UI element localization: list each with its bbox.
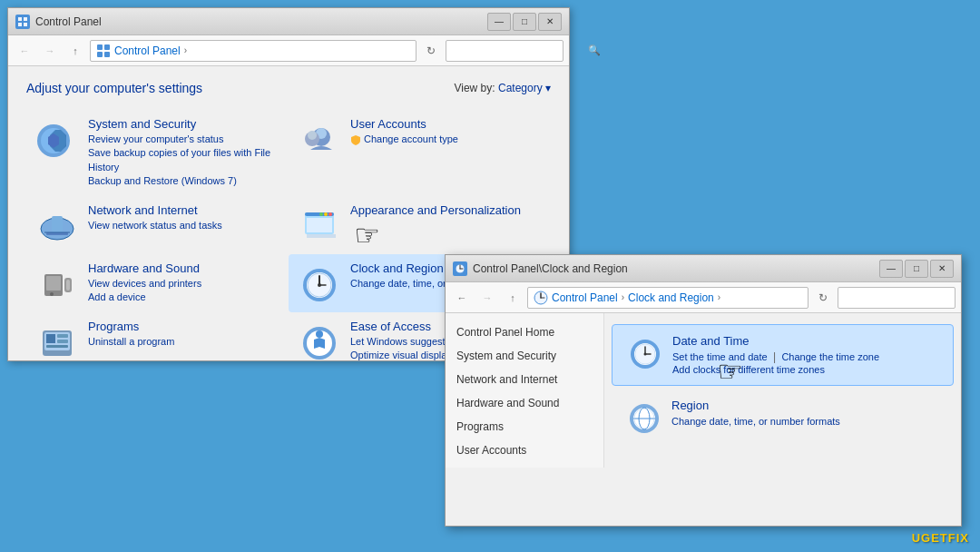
user-accounts-name[interactable]: User Accounts	[350, 117, 458, 131]
svg-rect-38	[46, 334, 55, 343]
hardware-sound-link-1[interactable]: View devices and printers	[88, 277, 201, 291]
cp-breadcrumb-sep: ›	[184, 45, 187, 55]
cr-breadcrumb-cr-link[interactable]: Clock and Region	[628, 291, 714, 304]
cr-region-name[interactable]: Region	[671, 399, 840, 412]
cr-region-item[interactable]: Region Change date, time, or number form…	[612, 389, 954, 444]
cp-titlebar-buttons: — □ ✕	[487, 13, 562, 31]
user-accounts-icon	[298, 117, 341, 161]
cp-back-button[interactable]: ←	[14, 40, 35, 62]
cp-search-input[interactable]	[452, 44, 588, 57]
svg-point-27	[50, 292, 54, 296]
cp-breadcrumb: Control Panel ›	[90, 40, 416, 62]
programs-link-1[interactable]: Uninstall a program	[88, 335, 174, 349]
cp-close-button[interactable]: ✕	[538, 13, 562, 31]
svg-rect-39	[57, 334, 68, 338]
svg-rect-5	[104, 44, 110, 50]
cr-breadcrumb-cp-link[interactable]: Control Panel	[552, 291, 618, 304]
sidebar-item-system-security[interactable]: System and Security	[446, 344, 603, 368]
cr-breadcrumb: Control Panel › Clock and Region ›	[527, 287, 808, 309]
watermark-suffix: FIX	[948, 531, 969, 545]
sidebar-item-appearance[interactable]: Appearance and Personalization	[446, 462, 603, 468]
cr-back-button[interactable]: ←	[451, 287, 473, 309]
cp-breadcrumb-link[interactable]: Control Panel	[114, 44, 181, 57]
system-security-link-3[interactable]: Backup and Restore (Windows 7)	[88, 174, 279, 188]
cp-breadcrumb-icon	[96, 44, 111, 58]
category-network-internet[interactable]: Network and Internet View network status…	[26, 196, 289, 254]
network-internet-text: Network and Internet View network status…	[88, 203, 222, 232]
svg-rect-29	[66, 280, 70, 291]
cr-close-button[interactable]: ✕	[930, 260, 954, 278]
hardware-sound-text: Hardware and Sound View devices and prin…	[88, 261, 201, 305]
cr-date-time-item[interactable]: Date and Time Set the time and date | Ch…	[612, 324, 954, 386]
category-system-security[interactable]: System and Security Review your computer…	[26, 110, 289, 196]
sidebar-item-programs[interactable]: Programs	[446, 415, 603, 439]
cp-window-icon	[15, 15, 30, 29]
category-hardware-sound[interactable]: Hardware and Sound View devices and prin…	[26, 254, 289, 312]
appearance-icon	[298, 203, 341, 247]
network-internet-icon	[35, 203, 79, 247]
cp-search-box: 🔍	[446, 40, 564, 62]
watermark: UGETFIX	[912, 531, 969, 545]
cp-view-by-value[interactable]: Category ▾	[498, 82, 551, 94]
svg-rect-7	[104, 52, 110, 57]
svg-point-44	[316, 330, 323, 338]
cr-date-time-link-1[interactable]: Set the time and date	[672, 351, 768, 362]
hardware-sound-link-2[interactable]: Add a device	[88, 291, 201, 304]
watermark-prefix: UG	[912, 531, 932, 545]
shield-small-icon	[350, 134, 361, 145]
cr-up-button[interactable]: ↑	[502, 287, 524, 309]
cp-minimize-button[interactable]: —	[487, 13, 511, 31]
category-programs[interactable]: Programs Uninstall a program	[26, 312, 289, 370]
cr-region-link-1[interactable]: Change date, time, or number formats	[671, 416, 840, 427]
cr-refresh-button[interactable]: ↻	[812, 287, 834, 309]
svg-rect-20	[307, 218, 332, 232]
user-accounts-link-1[interactable]: Change account type	[364, 133, 458, 146]
hardware-sound-name[interactable]: Hardware and Sound	[88, 261, 201, 275]
network-internet-link-1[interactable]: View network status and tasks	[88, 219, 222, 232]
cr-breadcrumb-icon	[534, 291, 548, 305]
sidebar-item-user-accounts[interactable]: User Accounts	[446, 439, 603, 462]
sidebar-item-home[interactable]: Control Panel Home	[446, 320, 603, 344]
cp-up-button[interactable]: ↑	[64, 40, 86, 62]
cr-maximize-button[interactable]: □	[905, 260, 928, 278]
cr-main-content: Date and Time Set the time and date | Ch…	[604, 313, 961, 468]
user-accounts-text: User Accounts Change account type	[350, 117, 458, 146]
svg-rect-41	[46, 345, 68, 348]
sidebar-item-hardware-sound[interactable]: Hardware and Sound	[446, 391, 603, 415]
cp-header-title: Adjust your computer's settings	[26, 81, 202, 95]
system-security-text: System and Security Review your computer…	[88, 117, 279, 189]
cr-date-time-link-2[interactable]: Change the time zone	[781, 351, 879, 362]
cr-forward-button[interactable]: →	[476, 287, 498, 309]
category-appearance[interactable]: Appearance and Personalization	[289, 196, 551, 254]
cr-date-time-link-3[interactable]: Add clocks for different time zones	[672, 364, 825, 375]
cr-titlebar: Control Panel\Clock and Region — □ ✕	[446, 255, 961, 282]
cr-minimize-button[interactable]: —	[879, 260, 903, 278]
svg-rect-16	[52, 216, 63, 232]
svg-rect-1	[24, 17, 27, 21]
cp-window-title: Control Panel	[35, 15, 487, 28]
cr-window-title: Control Panel\Clock and Region	[473, 262, 879, 275]
svg-rect-40	[57, 340, 68, 343]
programs-name[interactable]: Programs	[88, 320, 174, 333]
cp-header: Adjust your computer's settings View by:…	[26, 81, 551, 95]
cp-forward-button[interactable]: →	[39, 40, 61, 62]
ease-access-icon	[298, 320, 341, 363]
programs-text: Programs Uninstall a program	[88, 320, 174, 349]
system-security-name[interactable]: System and Security	[88, 117, 279, 131]
appearance-name[interactable]: Appearance and Personalization	[350, 203, 521, 217]
sidebar-item-network-internet[interactable]: Network and Internet	[446, 368, 603, 391]
cr-search-input[interactable]	[844, 291, 980, 304]
cp-maximize-button[interactable]: □	[513, 13, 536, 31]
svg-rect-26	[46, 276, 61, 291]
cp-address-bar: ← → ↑ Control Panel › ↻ 🔍	[8, 35, 569, 66]
svg-rect-6	[97, 52, 103, 57]
appearance-text: Appearance and Personalization	[350, 203, 521, 219]
cp-refresh-button[interactable]: ↻	[420, 40, 442, 62]
cr-date-time-name[interactable]: Date and Time	[672, 334, 879, 348]
system-security-link-1[interactable]: Review your computer's status	[88, 133, 279, 146]
category-user-accounts[interactable]: User Accounts Change account type	[289, 110, 551, 196]
cr-region-text: Region Change date, time, or number form…	[671, 399, 840, 428]
network-internet-name[interactable]: Network and Internet	[88, 203, 222, 217]
system-security-link-2[interactable]: Save backup copies of your files with Fi…	[88, 146, 279, 174]
svg-rect-21	[307, 234, 336, 238]
